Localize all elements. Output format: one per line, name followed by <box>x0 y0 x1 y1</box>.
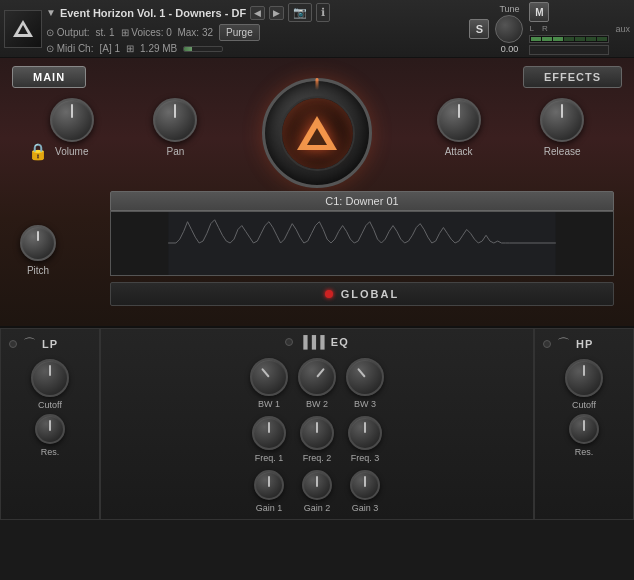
eq-bw1-knob[interactable] <box>250 358 288 396</box>
hp-filter-name: HP <box>576 338 593 350</box>
hp-res-knob[interactable] <box>569 414 599 444</box>
eq-gain3-knob[interactable] <box>350 470 380 500</box>
output-label: ⊙ Output: <box>46 27 90 38</box>
pan-knob[interactable] <box>153 98 197 142</box>
info-button[interactable]: ℹ <box>316 3 330 22</box>
eq-freq2-label: Freq. 2 <box>303 453 332 463</box>
eq-gain2-knob[interactable] <box>302 470 332 500</box>
eq-bw2-knob[interactable] <box>298 358 336 396</box>
lp-filter-header: ⌒ LP <box>9 335 91 353</box>
effects-tab-button[interactable]: EFFECTS <box>523 66 622 88</box>
eq-enable-dot[interactable] <box>285 338 293 346</box>
memory-icon: ⊞ <box>126 43 134 54</box>
waveform-display <box>110 211 614 276</box>
eq-bw1-label: BW 1 <box>258 399 280 409</box>
lp-cutoff-label: Cutoff <box>38 400 62 410</box>
midi-value: [A] 1 <box>99 43 120 54</box>
hp-cutoff-label: Cutoff <box>572 400 596 410</box>
attack-knob[interactable] <box>437 98 481 142</box>
level-l-label: L <box>529 24 533 33</box>
main-tab-button[interactable]: MAIN <box>12 66 86 88</box>
lp-filter-section: ⌒ LP Cutoff Res. <box>0 328 100 520</box>
camera-button[interactable]: 📷 <box>288 3 312 22</box>
hp-filter-header: ⌒ HP <box>543 335 625 353</box>
meter-seg-4 <box>564 37 574 41</box>
eq-gain1-container: Gain 1 <box>254 470 284 513</box>
instrument-name: Event Horizon Vol. 1 - Downers - DF <box>60 7 246 19</box>
logo <box>4 10 42 48</box>
hp-enable-dot[interactable] <box>543 340 551 348</box>
release-label: Release <box>544 146 581 157</box>
level-slider[interactable] <box>529 45 609 55</box>
volume-knob[interactable] <box>50 98 94 142</box>
eq-band2-knobs: BW 2 <box>298 358 336 409</box>
lp-enable-dot[interactable] <box>9 340 17 348</box>
pan-label: Pan <box>166 146 184 157</box>
hp-res-label: Res. <box>575 447 594 457</box>
eq-freq1-knob[interactable] <box>252 416 286 450</box>
aux-label: aux <box>615 24 630 34</box>
pitch-lock-icon: 🔒 <box>20 142 56 161</box>
attack-label: Attack <box>445 146 473 157</box>
pitch-knob-container: Pitch <box>20 165 56 276</box>
filters-row: ⌒ LP Cutoff Res. ▐▐▐ EQ BW 1 <box>0 328 634 520</box>
s-button[interactable]: S <box>469 19 489 39</box>
memory-value: 1.29 MB <box>140 43 177 54</box>
pitch-section: 🔒 Pitch <box>20 142 56 276</box>
meter-seg-6 <box>586 37 596 41</box>
eq-gain3-container: Gain 3 <box>350 470 380 513</box>
svg-rect-1 <box>168 212 556 275</box>
purge-button[interactable]: Purge <box>219 24 260 41</box>
eq-gain2-label: Gain 2 <box>304 503 331 513</box>
dropdown-arrow-icon: ▼ <box>46 7 56 18</box>
title-row: ▼ Event Horizon Vol. 1 - Downers - DF ◀ … <box>46 3 465 22</box>
meter-seg-2 <box>542 37 552 41</box>
global-dot-icon <box>325 290 333 298</box>
lp-cutoff-knob[interactable] <box>31 359 69 397</box>
eq-bw2-container: BW 2 <box>298 358 336 409</box>
lp-res-knob[interactable] <box>35 414 65 444</box>
meter-seg-3 <box>553 37 563 41</box>
eq-freq1-container: Freq. 1 <box>252 416 286 463</box>
meter-seg-5 <box>575 37 585 41</box>
memory-bar <box>183 46 223 52</box>
global-label: GLOBAL <box>341 288 399 300</box>
eq-band3-knobs: BW 3 <box>346 358 384 409</box>
pitch-knob[interactable] <box>20 225 56 261</box>
tune-area: Tune 0.00 <box>495 4 523 54</box>
eq-name: EQ <box>331 336 349 348</box>
eq-freq3-knob[interactable] <box>348 416 382 450</box>
hp-filter-icon: ⌒ <box>557 335 570 353</box>
eq-bw3-knob[interactable] <box>346 358 384 396</box>
eq-bw2-label: BW 2 <box>306 399 328 409</box>
top-bar: ▼ Event Horizon Vol. 1 - Downers - DF ◀ … <box>0 0 634 58</box>
hp-cutoff-knob[interactable] <box>565 359 603 397</box>
eq-gain1-knob[interactable] <box>254 470 284 500</box>
lp-res-container: Res. <box>35 414 65 457</box>
volume-label: Volume <box>55 146 88 157</box>
pitch-label: Pitch <box>27 265 49 276</box>
eq-bw3-label: BW 3 <box>354 399 376 409</box>
eq-freq2-knob[interactable] <box>300 416 334 450</box>
release-knob[interactable] <box>540 98 584 142</box>
knobs-row: Volume Pan Attack Release <box>0 88 634 157</box>
top-right-controls: S Tune 0.00 M L R aux <box>469 2 630 55</box>
main-panel: MAIN EFFECTS Volume Pan Attack <box>0 58 634 328</box>
lp-res-label: Res. <box>41 447 60 457</box>
instrument-area: ▼ Event Horizon Vol. 1 - Downers - DF ◀ … <box>46 3 465 54</box>
eq-freq3-container: Freq. 3 <box>348 416 382 463</box>
lp-filter-name: LP <box>42 338 58 350</box>
release-knob-container: Release <box>540 98 584 157</box>
lp-cutoff-container: Cutoff <box>31 359 69 410</box>
eq-freq3-label: Freq. 3 <box>351 453 380 463</box>
m-button[interactable]: M <box>529 2 549 22</box>
tune-knob[interactable] <box>495 15 523 43</box>
prev-instrument-button[interactable]: ◀ <box>250 6 265 20</box>
global-bar: GLOBAL <box>110 282 614 306</box>
info-row: ⊙ Output: st. 1 ⊞ Voices: 0 Max: 32 Purg… <box>46 24 465 41</box>
level-meter <box>529 35 609 43</box>
level-r-label: R <box>542 24 548 33</box>
eq-band-1: BW 1 Freq. 1 Gain 1 <box>250 358 288 513</box>
eq-section: ▐▐▐ EQ BW 1 Freq. 1 Gain 1 <box>100 328 534 520</box>
next-instrument-button[interactable]: ▶ <box>269 6 284 20</box>
